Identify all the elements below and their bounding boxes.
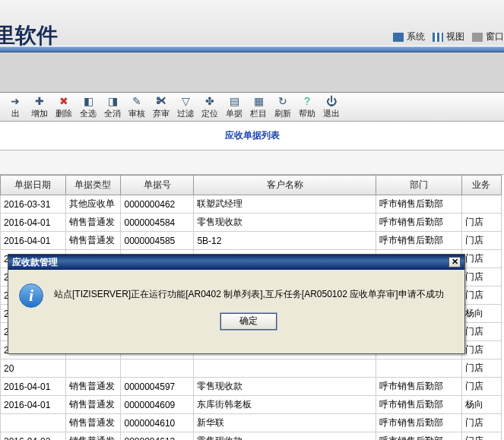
cell-biz: 杨向: [461, 305, 501, 323]
app-logo: 里软件: [0, 21, 58, 50]
cell-cust: [194, 359, 376, 378]
cell-dept: 呼市销售后勤部: [376, 195, 462, 214]
cell-date: 2016-03-31: [1, 195, 66, 214]
cell-biz: 门店: [461, 432, 501, 441]
tool-帮助[interactable]: ?帮助: [295, 93, 319, 121]
cell-biz: [461, 195, 501, 214]
cell-type: [65, 359, 121, 378]
cell-biz: 门店: [461, 414, 501, 432]
list-title: 应收单据列表: [0, 122, 504, 150]
cell-type: 销售普通发: [65, 396, 121, 414]
cell-type: 销售普通发: [65, 232, 121, 250]
过滤-icon: ▽: [179, 95, 192, 107]
cell-dept: [376, 359, 462, 378]
tool-全消[interactable]: ◨全消: [100, 93, 125, 121]
cell-dept: 呼市销售后勤部: [376, 232, 462, 250]
cell-no: 0000004610: [121, 414, 194, 432]
close-icon[interactable]: ✕: [449, 257, 461, 267]
cell-biz: 门店: [461, 268, 501, 286]
cell-date: 2016-04-01: [1, 214, 66, 232]
cell-type: 其他应收单: [65, 195, 121, 214]
top-menu: 系统视图窗口: [393, 30, 504, 43]
cell-date: 2016-04-01: [1, 232, 66, 250]
tool-审核[interactable]: ✎审核: [125, 93, 149, 121]
cell-no: 0000004584: [121, 214, 194, 232]
tool-退出[interactable]: ⏻退出: [319, 93, 344, 121]
cell-no: [121, 359, 194, 378]
menu-系统[interactable]: 系统: [393, 30, 425, 43]
cell-dept: 呼市销售后勤部: [376, 396, 462, 414]
window-icon: [472, 33, 483, 42]
view-icon: [433, 33, 443, 42]
cell-biz: 门店: [461, 214, 501, 232]
table-row[interactable]: 2016-03-31其他应收单0000000462联塑武经理呼市销售后勤部: [1, 195, 502, 214]
dialog-message: 站点[TIZISERVER]正在运行功能[AR0402 制单列表],互斥任务[A…: [54, 283, 444, 301]
cell-dept: 呼市销售后勤部: [376, 432, 462, 441]
table-row[interactable]: 2016-04-01销售普通发0000004584零售现收款呼市销售后勤部门店: [1, 214, 502, 232]
header-separator: [0, 46, 504, 52]
cell-no: 0000004613: [121, 432, 194, 441]
tool-定位[interactable]: ✤定位: [198, 93, 222, 121]
cell-no: 0000004597: [121, 378, 194, 396]
col-type[interactable]: 单据类型: [65, 176, 121, 195]
menu-窗口[interactable]: 窗口: [472, 30, 504, 43]
tool-刷新[interactable]: ↻刷新: [271, 93, 295, 121]
cell-biz: 门店: [461, 359, 501, 378]
menu-视图[interactable]: 视图: [433, 30, 464, 43]
header-gap: [0, 52, 504, 93]
cell-date: 2016-04-01: [1, 396, 66, 414]
cell-dept: 呼市销售后勤部: [376, 414, 462, 432]
ok-button[interactable]: 确定: [220, 313, 277, 330]
增加-icon: ✚: [33, 95, 46, 107]
col-biz[interactable]: 业务: [461, 176, 501, 195]
cell-biz: 门店: [461, 232, 501, 250]
system-icon: [393, 33, 404, 42]
cell-biz: 门店: [461, 341, 501, 359]
table-row[interactable]: 2016-04-02销售普通发0000004613零售现收款呼市销售后勤部门店: [1, 432, 502, 441]
tool-删除[interactable]: ✖删除: [52, 93, 76, 121]
cell-biz: 门店: [461, 323, 501, 341]
table-row[interactable]: 2016-04-01销售普通发0000004609东库街韩老板呼市销售后勤部杨向: [1, 396, 502, 414]
col-no[interactable]: 单据号: [121, 176, 194, 195]
col-dept[interactable]: 部门: [376, 176, 462, 195]
刷新-icon: ↻: [277, 95, 289, 107]
tool-过滤[interactable]: ▽过滤: [173, 93, 198, 121]
cell-no: 0000004609: [121, 396, 194, 414]
tool-出[interactable]: ➜出: [3, 93, 27, 121]
审核-icon: ✎: [131, 95, 143, 107]
tool-弃审[interactable]: ✀弃审: [149, 93, 173, 121]
全消-icon: ◨: [106, 95, 119, 107]
dialog-titlebar[interactable]: 应收款管理 ✕: [8, 255, 464, 270]
tool-栏目[interactable]: ▦栏目: [246, 93, 271, 121]
table-row[interactable]: 2016-04-01销售普通发0000004597零售现收款呼市销售后勤部门店: [1, 378, 502, 396]
cell-cust: 新华联: [194, 414, 376, 432]
全选-icon: ◧: [82, 95, 94, 107]
弃审-icon: ✀: [155, 95, 167, 107]
cell-cust: 零售现收款: [194, 378, 376, 396]
删除-icon: ✖: [58, 95, 70, 107]
col-cust[interactable]: 客户名称: [194, 176, 376, 195]
cell-no: 0000000462: [121, 195, 194, 214]
table-row[interactable]: 20门店: [1, 359, 502, 378]
退出-icon: ⏻: [325, 95, 338, 107]
tool-全选[interactable]: ◧全选: [76, 93, 100, 121]
cell-date: [1, 414, 66, 432]
table-header-row: 单据日期 单据类型 单据号 客户名称 部门 业务: [1, 176, 502, 195]
app-header: 里软件 系统视图窗口: [0, 0, 504, 46]
cell-cust: 5B-12: [194, 232, 376, 250]
table-row[interactable]: 2016-04-01销售普通发00000045855B-12呼市销售后勤部门店: [1, 232, 502, 250]
定位-icon: ✤: [204, 95, 216, 107]
cell-no: 0000004585: [121, 232, 194, 250]
cell-cust: 联塑武经理: [194, 195, 376, 214]
cell-cust: 零售现收款: [194, 214, 376, 232]
cell-type: 销售普通发: [65, 432, 121, 441]
cell-biz: 门店: [461, 378, 501, 396]
tool-单据[interactable]: ▤单据: [222, 93, 246, 121]
cell-date: 2016-04-01: [1, 378, 66, 396]
col-date[interactable]: 单据日期: [1, 176, 66, 195]
info-icon: i: [19, 283, 43, 308]
cell-dept: 呼市销售后勤部: [376, 378, 462, 396]
table-row[interactable]: 销售普通发0000004610新华联呼市销售后勤部门店: [1, 414, 502, 432]
tool-增加[interactable]: ✚增加: [27, 93, 52, 121]
message-dialog: 应收款管理 ✕ i 站点[TIZISERVER]正在运行功能[AR0402 制单…: [8, 254, 465, 354]
